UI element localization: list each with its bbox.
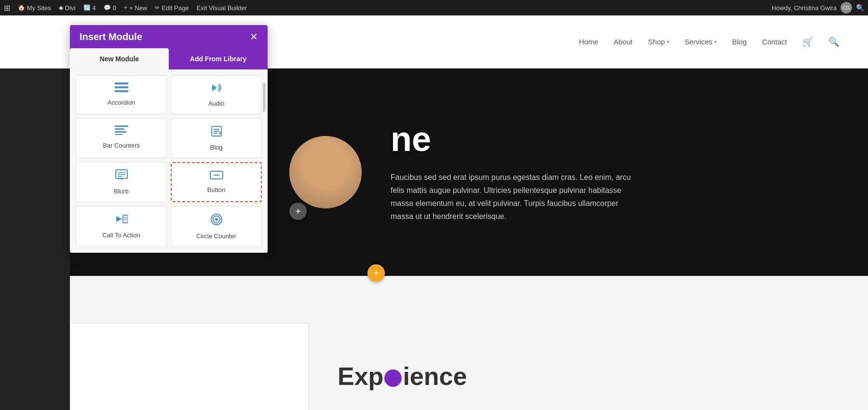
blog-icon bbox=[211, 125, 222, 140]
user-avatar[interactable]: CG bbox=[841, 2, 852, 14]
button-label: Button bbox=[207, 186, 226, 193]
module-accordion[interactable]: Accordion bbox=[76, 75, 167, 114]
nav-shop[interactable]: Shop ▾ bbox=[648, 38, 669, 46]
insert-module-panel: Insert Module ✕ New Module Add From Libr… bbox=[70, 25, 268, 253]
add-row-button-orange[interactable]: + bbox=[367, 264, 385, 282]
svg-rect-6 bbox=[115, 131, 126, 133]
blog-label: Blog bbox=[210, 144, 222, 151]
site-nav: Home About Shop ▾ Services ▾ Blog Contac… bbox=[579, 37, 839, 47]
circle-counter-label: Circle Counter bbox=[196, 232, 236, 240]
svg-marker-3 bbox=[212, 84, 217, 91]
nav-about[interactable]: About bbox=[613, 38, 632, 46]
updates-count[interactable]: 🔄 4 bbox=[83, 4, 96, 12]
comments-count[interactable]: 💬 0 bbox=[104, 4, 116, 12]
add-column-button-gray[interactable]: + bbox=[289, 203, 307, 220]
module-grid: Accordion Audio Bar Counters bbox=[70, 69, 268, 253]
accordion-label: Accordion bbox=[108, 99, 136, 106]
nav-home[interactable]: Home bbox=[579, 38, 598, 46]
module-panel-title: Insert Module bbox=[80, 31, 142, 42]
hero-content: ne Faucibus sed sed erat ipsum purus ege… bbox=[391, 122, 641, 223]
nav-contact[interactable]: Contact bbox=[762, 38, 787, 46]
svg-marker-18 bbox=[116, 216, 122, 222]
hero-avatar bbox=[289, 136, 362, 208]
my-sites[interactable]: 🏠 My Sites bbox=[18, 4, 51, 12]
cart-icon[interactable]: 🛒 bbox=[802, 37, 813, 47]
audio-label: Audio bbox=[208, 100, 224, 107]
hero-title: ne bbox=[391, 122, 641, 156]
svg-rect-12 bbox=[116, 170, 127, 178]
call-to-action-icon bbox=[115, 213, 128, 228]
nav-blog[interactable]: Blog bbox=[732, 38, 746, 46]
exit-builder-button[interactable]: Exit Visual Builder bbox=[197, 4, 247, 12]
search-icon[interactable]: 🔍 bbox=[828, 37, 839, 47]
admin-bar: ⊞ 🏠 My Sites ◆ Divi 🔄 4 💬 0 + + New ✏ Ed… bbox=[0, 0, 868, 15]
module-bar-counters[interactable]: Bar Counters bbox=[76, 118, 167, 158]
module-panel-header: Insert Module ✕ bbox=[70, 25, 268, 48]
services-dropdown-icon: ▾ bbox=[714, 39, 717, 44]
shop-dropdown-icon: ▾ bbox=[667, 39, 669, 44]
audio-icon bbox=[210, 82, 223, 96]
experience-title: Expience bbox=[338, 362, 467, 391]
module-scrollbar[interactable] bbox=[263, 83, 266, 112]
svg-rect-0 bbox=[115, 82, 128, 84]
circle-counter-icon bbox=[210, 213, 223, 229]
svg-rect-5 bbox=[115, 128, 124, 130]
call-to-action-label: Call To Action bbox=[102, 232, 140, 239]
module-button[interactable]: Button bbox=[171, 162, 262, 202]
bar-counters-icon bbox=[115, 125, 128, 138]
tab-add-from-library[interactable]: Add From Library bbox=[169, 48, 268, 69]
admin-bar-right: Howdy, Christina Gwira CG 🔍 bbox=[772, 2, 864, 14]
module-audio[interactable]: Audio bbox=[171, 75, 262, 114]
new-button[interactable]: + + New bbox=[124, 4, 147, 12]
svg-rect-1 bbox=[115, 86, 128, 88]
left-sidebar-strip bbox=[0, 15, 70, 410]
svg-rect-2 bbox=[115, 90, 128, 92]
purple-dot bbox=[384, 369, 402, 387]
howdy-text: Howdy, Christina Gwira bbox=[772, 4, 837, 12]
tab-new-module[interactable]: New Module bbox=[70, 48, 169, 69]
hero-body-text: Faucibus sed sed erat ipsum purus egesta… bbox=[391, 171, 641, 223]
button-icon bbox=[210, 170, 223, 182]
search-icon[interactable]: 🔍 bbox=[856, 4, 864, 12]
avatar-face bbox=[289, 136, 362, 208]
svg-point-24 bbox=[215, 218, 218, 221]
module-circle-counter[interactable]: Circle Counter bbox=[171, 206, 262, 247]
module-call-to-action[interactable]: Call To Action bbox=[76, 206, 167, 247]
nav-services[interactable]: Services ▾ bbox=[685, 38, 717, 46]
wp-icon[interactable]: ⊞ bbox=[4, 3, 10, 13]
module-close-button[interactable]: ✕ bbox=[250, 31, 258, 42]
page-wrapper: Home About Shop ▾ Services ▾ Blog Contac… bbox=[0, 15, 868, 410]
accordion-icon bbox=[115, 82, 128, 95]
svg-rect-4 bbox=[115, 125, 128, 127]
module-blog[interactable]: Blog bbox=[171, 118, 262, 158]
blurb-icon bbox=[115, 169, 128, 184]
edit-page-button[interactable]: ✏ Edit Page bbox=[155, 4, 189, 12]
module-tabs: New Module Add From Library bbox=[70, 48, 268, 69]
blurb-label: Blurb bbox=[114, 188, 128, 195]
divi-menu[interactable]: ◆ Divi bbox=[59, 4, 76, 12]
bar-counters-label: Bar Counters bbox=[103, 142, 140, 149]
svg-rect-7 bbox=[115, 134, 122, 135]
module-blurb[interactable]: Blurb bbox=[76, 162, 167, 202]
svg-rect-19 bbox=[123, 215, 128, 223]
